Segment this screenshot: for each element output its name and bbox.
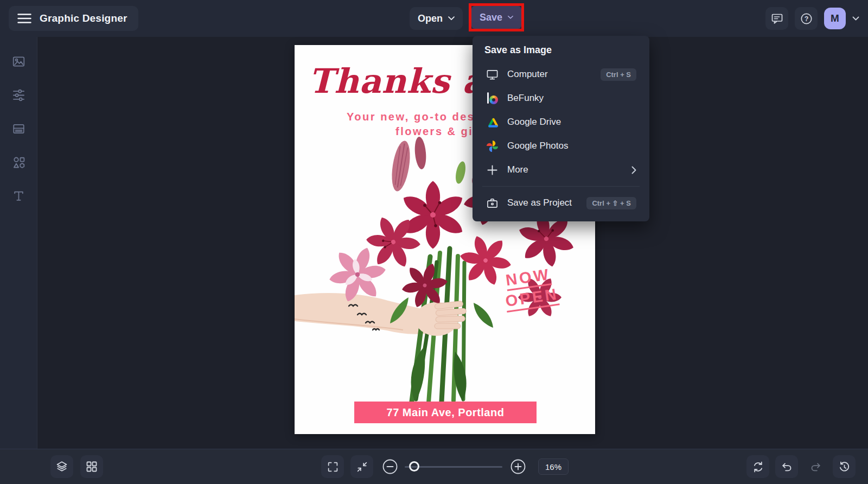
workspace: Thanks a Your new, go-to des flowers & g… (37, 37, 868, 449)
sidebar-item-text[interactable] (7, 184, 30, 207)
open-button[interactable]: Open (410, 7, 463, 30)
feedback-button[interactable] (765, 7, 788, 30)
google-drive-icon (486, 116, 499, 128)
menu-item-google-photos[interactable]: Google Photos (480, 134, 642, 158)
sidebar-item-graphics[interactable] (7, 151, 30, 174)
address-text: 77 Main Ave, Portland (387, 406, 505, 419)
svg-text:?: ? (804, 15, 808, 22)
layers-button[interactable] (50, 455, 73, 478)
menu-item-google-drive[interactable]: Google Drive (480, 110, 642, 134)
bottombar-right-group (746, 455, 856, 478)
design-headline[interactable]: Thanks a (309, 61, 484, 101)
grid-icon (86, 461, 98, 473)
save-menu-header: Save as Image (480, 43, 642, 62)
save-button-label: Save (480, 12, 502, 23)
menu-item-label: Computer (507, 69, 548, 80)
text-icon (11, 189, 26, 203)
graphics-shapes-icon (11, 155, 26, 170)
sync-icon (752, 461, 764, 473)
account-menu-chevron[interactable] (852, 16, 859, 21)
plus-circle-icon (510, 458, 526, 475)
fit-to-screen-button[interactable] (350, 455, 373, 478)
chevron-down-icon (852, 16, 859, 21)
briefcase-icon (486, 197, 499, 209)
save-button[interactable]: Save (471, 6, 521, 29)
menu-item-more[interactable]: More (480, 158, 642, 182)
topbar-right-group: ? M (765, 7, 859, 30)
befunky-icon (486, 92, 499, 104)
app-title: Graphic Designer (40, 12, 127, 24)
templates-icon (11, 122, 26, 136)
zoom-slider-track[interactable] (405, 466, 502, 468)
plus-icon (486, 164, 499, 176)
zoom-level-value: 16% (545, 462, 561, 472)
menu-item-label: Google Photos (507, 141, 568, 151)
layers-icon (55, 460, 68, 473)
images-icon (11, 55, 26, 68)
main-menu-button[interactable]: Graphic Designer (9, 6, 138, 31)
open-button-label: Open (418, 13, 443, 24)
undo-icon (781, 461, 793, 473)
hamburger-icon (17, 13, 31, 24)
sidebar-item-edit[interactable] (7, 84, 30, 106)
menu-item-computer[interactable]: Computer Ctrl + S (480, 62, 642, 86)
shortcut-badge: Ctrl + S (601, 68, 636, 81)
menu-item-befunky[interactable]: BeFunky (480, 86, 642, 110)
fullscreen-icon (327, 461, 339, 473)
menu-item-label: Save as Project (507, 198, 572, 208)
chevron-right-icon (631, 166, 636, 174)
shortcut-badge: Ctrl + ⇧ + S (586, 197, 636, 209)
zoom-slider-handle[interactable] (409, 461, 419, 472)
chevron-down-icon (448, 16, 455, 21)
bottom-bar: 16% (0, 449, 868, 484)
sidebar-item-templates[interactable] (7, 117, 30, 140)
menu-divider (482, 186, 640, 187)
help-button[interactable]: ? (795, 7, 818, 30)
pages-grid-button[interactable] (80, 455, 103, 478)
user-avatar[interactable]: M (824, 8, 846, 29)
history-clock-icon (838, 461, 851, 473)
avatar-initial: M (831, 12, 839, 24)
zoom-out-button[interactable] (382, 458, 398, 475)
bottombar-left-group (50, 455, 103, 478)
top-bar: Graphic Designer Open Save (0, 0, 868, 37)
now-open-stamp[interactable]: NOW OPEN (505, 265, 560, 312)
design-subtitle-line1[interactable]: Your new, go-to des (347, 111, 475, 123)
fullscreen-button[interactable] (321, 455, 344, 478)
computer-icon (486, 68, 499, 81)
address-banner[interactable]: 77 Main Ave, Portland (354, 402, 537, 423)
question-icon: ? (800, 12, 813, 25)
app-root: Graphic Designer Open Save (0, 0, 868, 484)
comment-icon (771, 12, 783, 25)
minus-circle-icon (382, 458, 398, 475)
save-highlight-annotation: Save (469, 3, 524, 31)
zoom-slider[interactable] (405, 461, 502, 473)
menu-item-label: BeFunky (507, 93, 544, 104)
zoom-in-button[interactable] (510, 458, 526, 475)
bottombar-center-group: 16% (321, 455, 569, 478)
redo-button[interactable] (804, 455, 827, 478)
menu-item-label: More (507, 164, 528, 175)
zoom-level-field[interactable]: 16% (538, 458, 569, 475)
chevron-down-icon (508, 15, 513, 20)
sidebar-item-images[interactable] (7, 50, 30, 73)
history-button[interactable] (833, 455, 856, 478)
menu-item-label: Google Drive (507, 117, 561, 128)
reset-button[interactable] (746, 455, 769, 478)
collapse-icon (356, 461, 368, 473)
tools-sidebar (0, 37, 37, 449)
menu-item-save-as-project[interactable]: Save as Project Ctrl + ⇧ + S (480, 191, 642, 215)
edit-sliders-icon (11, 88, 26, 103)
google-photos-icon (486, 140, 499, 152)
save-menu: Save as Image Computer Ctrl + S BeFunky … (473, 36, 649, 221)
redo-icon (809, 461, 822, 473)
undo-button[interactable] (775, 455, 798, 478)
